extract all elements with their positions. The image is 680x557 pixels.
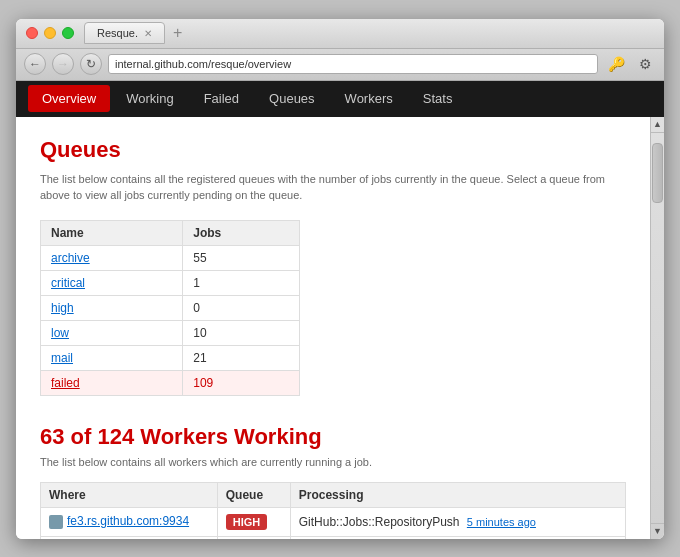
queue-name-link[interactable]: critical xyxy=(51,276,85,290)
queue-name-cell: archive xyxy=(41,245,183,270)
col-jobs: Jobs xyxy=(183,220,300,245)
refresh-button[interactable]: ↻ xyxy=(80,53,102,75)
url-bar[interactable]: internal.github.com/resque/overview xyxy=(108,54,598,74)
col-queue: Queue xyxy=(217,482,290,507)
worker-row: fe3.rs.github.com:10753LOWGitHub::Jobs::… xyxy=(41,536,626,539)
queue-jobs-cell: 55 xyxy=(183,245,300,270)
worker-where-cell: fe3.rs.github.com:10753 xyxy=(41,536,218,539)
url-text: internal.github.com/resque/overview xyxy=(115,58,291,70)
scroll-track xyxy=(651,133,664,523)
addressbar: ← → ↻ internal.github.com/resque/overvie… xyxy=(16,49,664,81)
nav-item-stats[interactable]: Stats xyxy=(409,85,467,112)
worker-processing-cell: GitHub::Jobs::RepositoryPush 5 minutes a… xyxy=(290,507,625,536)
scroll-down-button[interactable]: ▼ xyxy=(651,523,664,539)
nav-item-failed[interactable]: Failed xyxy=(190,85,253,112)
col-processing: Processing xyxy=(290,482,625,507)
titlebar: Resque. ✕ + xyxy=(16,19,664,49)
tab-close-icon[interactable]: ✕ xyxy=(144,28,152,39)
queue-jobs-cell: 0 xyxy=(183,295,300,320)
queue-row: low10 xyxy=(41,320,300,345)
queues-title: Queues xyxy=(40,137,626,163)
close-button[interactable] xyxy=(26,27,38,39)
queue-row: failed109 xyxy=(41,370,300,395)
settings-icon[interactable]: ⚙ xyxy=(635,54,656,74)
browser-window: Resque. ✕ + ← → ↻ internal.github.com/re… xyxy=(16,19,664,539)
queue-name-cell: critical xyxy=(41,270,183,295)
queue-name-link[interactable]: high xyxy=(51,301,74,315)
worker-queue-cell: LOW xyxy=(217,536,290,539)
worker-icon xyxy=(49,515,63,529)
forward-button[interactable]: → xyxy=(52,53,74,75)
worker-queue-cell: HIGH xyxy=(217,507,290,536)
nav-item-workers[interactable]: Workers xyxy=(331,85,407,112)
queue-name-cell: failed xyxy=(41,370,183,395)
new-tab-button[interactable]: + xyxy=(169,24,186,42)
scroll-up-button[interactable]: ▲ xyxy=(651,117,664,133)
maximize-button[interactable] xyxy=(62,27,74,39)
scroll-thumb[interactable] xyxy=(652,143,663,203)
traffic-lights xyxy=(26,27,74,39)
workers-table: Where Queue Processing fe3.rs.github.com… xyxy=(40,482,626,539)
queue-name-cell: mail xyxy=(41,345,183,370)
scrollbar[interactable]: ▲ ▼ xyxy=(650,117,664,539)
queue-jobs-cell: 10 xyxy=(183,320,300,345)
queue-jobs-cell: 109 xyxy=(183,370,300,395)
nav-item-queues[interactable]: Queues xyxy=(255,85,329,112)
worker-row: fe3.rs.github.com:9934HIGHGitHub::Jobs::… xyxy=(41,507,626,536)
worker-where-link[interactable]: fe3.rs.github.com:9934 xyxy=(67,514,189,528)
queue-row: high0 xyxy=(41,295,300,320)
workers-title: 63 of 124 Workers Working xyxy=(40,424,626,450)
queue-name-link[interactable]: archive xyxy=(51,251,90,265)
back-button[interactable]: ← xyxy=(24,53,46,75)
nav-item-working[interactable]: Working xyxy=(112,85,187,112)
queue-name-cell: low xyxy=(41,320,183,345)
bookmark-icon[interactable]: 🔑 xyxy=(604,54,629,74)
minimize-button[interactable] xyxy=(44,27,56,39)
worker-time-link[interactable]: 5 minutes ago xyxy=(467,516,536,528)
nav-item-overview[interactable]: Overview xyxy=(28,85,110,112)
col-name: Name xyxy=(41,220,183,245)
workers-description: The list below contains all workers whic… xyxy=(40,456,626,468)
queue-badge: HIGH xyxy=(226,514,268,530)
worker-where-cell: fe3.rs.github.com:9934 xyxy=(41,507,218,536)
queue-name-link[interactable]: low xyxy=(51,326,69,340)
queue-row: archive55 xyxy=(41,245,300,270)
worker-processing-text: GitHub::Jobs::RepositoryPush xyxy=(299,515,463,529)
worker-processing-cell: GitHub::Jobs::UpdateNetworkGraph about a… xyxy=(290,536,625,539)
tab-title: Resque. xyxy=(97,27,138,39)
content-area: Queues The list below contains all the r… xyxy=(16,117,650,539)
queue-name-link[interactable]: failed xyxy=(51,376,80,390)
queue-jobs-cell: 21 xyxy=(183,345,300,370)
main-area: Queues The list below contains all the r… xyxy=(16,117,664,539)
queue-name-link[interactable]: mail xyxy=(51,351,73,365)
queues-description: The list below contains all the register… xyxy=(40,171,626,204)
col-where: Where xyxy=(41,482,218,507)
queues-table: Name Jobs archive55critical1high0low10ma… xyxy=(40,220,300,396)
queue-jobs-cell: 1 xyxy=(183,270,300,295)
queue-name-cell: high xyxy=(41,295,183,320)
navbar: Overview Working Failed Queues Workers S… xyxy=(16,81,664,117)
queue-row: mail21 xyxy=(41,345,300,370)
queue-row: critical1 xyxy=(41,270,300,295)
tab-area: Resque. ✕ + xyxy=(84,22,654,44)
browser-tab[interactable]: Resque. ✕ xyxy=(84,22,165,44)
